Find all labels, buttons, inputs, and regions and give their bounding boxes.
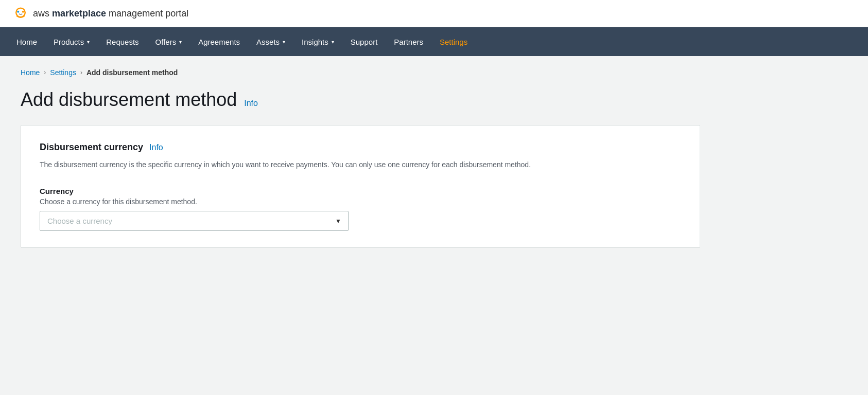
section-description: The disbursement currency is the specifi… [40, 159, 681, 170]
offers-chevron-icon: ▾ [179, 39, 182, 45]
svg-point-2 [22, 11, 24, 13]
nav-item-agreements[interactable]: Agreements [190, 27, 248, 56]
breadcrumb-settings[interactable]: Settings [50, 68, 76, 77]
svg-point-0 [16, 8, 25, 17]
svg-point-1 [17, 11, 19, 13]
breadcrumb-separator-2: › [80, 69, 82, 76]
aws-logo-icon [12, 5, 29, 22]
nav-item-support[interactable]: Support [342, 27, 386, 56]
breadcrumb-home[interactable]: Home [21, 68, 40, 77]
page-title: Add disbursement method [21, 89, 237, 111]
currency-hint: Choose a currency for this disbursement … [40, 198, 681, 206]
nav-item-settings[interactable]: Settings [431, 27, 476, 56]
top-banner: aws marketplace management portal [0, 0, 868, 27]
breadcrumb-separator-1: › [44, 69, 46, 76]
page-info-link[interactable]: Info [244, 99, 258, 108]
insights-chevron-icon: ▾ [332, 39, 334, 45]
nav-item-offers[interactable]: Offers ▾ [147, 27, 190, 56]
logo: aws marketplace management portal [12, 5, 188, 22]
currency-select-wrapper: Choose a currency USD - US Dollar EUR - … [40, 211, 349, 231]
nav-item-requests[interactable]: Requests [98, 27, 147, 56]
section-title: Disbursement currency [40, 142, 143, 153]
disbursement-card: Disbursement currency Info The disbursem… [21, 125, 700, 248]
section-header: Disbursement currency Info [40, 142, 681, 153]
nav-item-products[interactable]: Products ▾ [45, 27, 98, 56]
breadcrumb-current: Add disbursement method [86, 68, 178, 77]
assets-chevron-icon: ▾ [283, 39, 285, 45]
currency-label: Currency [40, 187, 681, 195]
nav-item-partners[interactable]: Partners [386, 27, 431, 56]
products-chevron-icon: ▾ [87, 39, 90, 45]
currency-select[interactable]: Choose a currency USD - US Dollar EUR - … [40, 211, 349, 231]
nav-bar: Home Products ▾ Requests Offers ▾ Agreem… [0, 27, 868, 56]
nav-item-home[interactable]: Home [8, 27, 45, 56]
logo-text: aws marketplace management portal [33, 8, 188, 19]
content-area: Home › Settings › Add disbursement metho… [0, 56, 868, 395]
nav-item-assets[interactable]: Assets ▾ [248, 27, 293, 56]
currency-field: Currency Choose a currency for this disb… [40, 187, 681, 231]
nav-item-insights[interactable]: Insights ▾ [293, 27, 342, 56]
breadcrumb: Home › Settings › Add disbursement metho… [21, 68, 847, 77]
section-info-link[interactable]: Info [149, 143, 163, 152]
page-title-row: Add disbursement method Info [21, 89, 847, 111]
